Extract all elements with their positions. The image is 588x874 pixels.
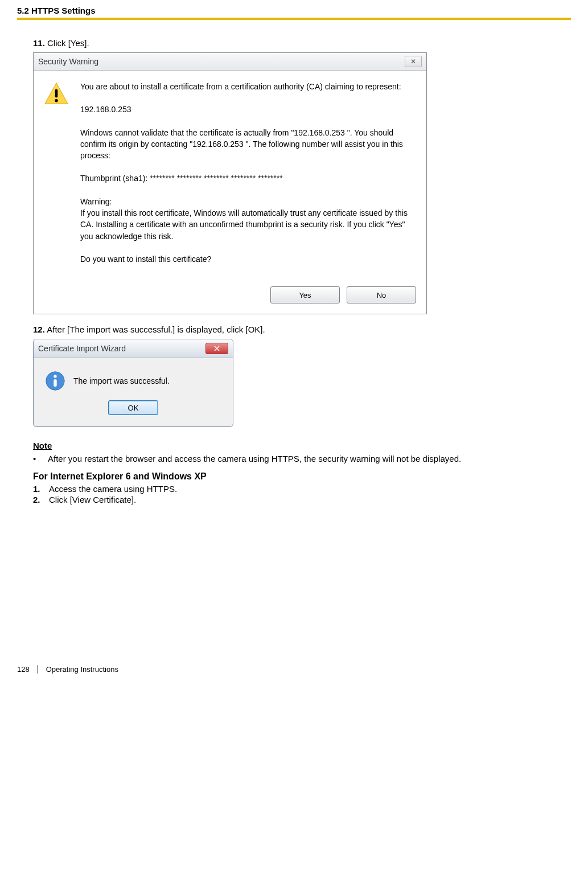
dialog-question: Do you want to install this certificate?: [80, 253, 415, 265]
step-12: 12. After [The import was successful.] i…: [33, 325, 565, 334]
dialog-thumbprint: Thumbprint (sha1): ******** ******** ***…: [80, 173, 415, 184]
step-text: Click [Yes].: [47, 38, 89, 48]
dialog-body-text: You are about to install a certificate f…: [80, 81, 415, 276]
substep-1: 1. Access the camera using HTTPS.: [33, 484, 565, 494]
substep-2: 2. Click [View Certificate].: [33, 495, 565, 504]
step-11: 11. Click [Yes].: [33, 38, 565, 48]
dialog-titlebar: Security Warning ✕: [34, 53, 426, 71]
accent-bar: [17, 18, 571, 20]
subsection-title: For Internet Explorer 6 and Windows XP: [33, 471, 565, 482]
note-text: After you restart the browser and access…: [48, 454, 461, 463]
dialog-title: Certificate Import Wizard: [38, 344, 126, 353]
svg-point-2: [55, 99, 58, 102]
substep-text: Access the camera using HTTPS.: [49, 484, 177, 494]
ok-button[interactable]: OK: [108, 400, 158, 415]
dialog-titlebar: Certificate Import Wizard: [34, 339, 233, 358]
info-icon: [45, 371, 65, 391]
dialog-message: The import was successful.: [73, 376, 170, 385]
svg-rect-1: [55, 89, 58, 98]
step-number: 11.: [33, 38, 45, 48]
warning-body: If you install this root certificate, Wi…: [80, 208, 408, 241]
dialog-para: Windows cannot validate that the certifi…: [80, 127, 415, 162]
dialog-address: 192.168.0.253: [80, 104, 415, 115]
note-heading: Note: [33, 441, 565, 450]
page-footer: 128 Operating Instructions: [0, 665, 588, 685]
substep-number: 1.: [33, 484, 49, 494]
bullet-icon: •: [33, 454, 48, 463]
warning-label: Warning:: [80, 197, 112, 206]
step-text: After [The import was successful.] is di…: [47, 325, 265, 334]
svg-point-6: [54, 375, 56, 377]
no-button[interactable]: No: [347, 286, 416, 303]
security-warning-dialog: Security Warning ✕ You are about to inst…: [33, 52, 427, 314]
warning-icon: [44, 81, 71, 276]
dialog-para: You are about to install a certificate f…: [80, 81, 415, 92]
section-title: 5.2 HTTPS Settings: [17, 6, 571, 18]
close-icon[interactable]: [205, 343, 228, 354]
page-number: 128: [17, 665, 38, 674]
close-icon[interactable]: ✕: [405, 56, 422, 67]
dialog-title: Security Warning: [38, 57, 98, 66]
substep-number: 2.: [33, 495, 49, 504]
import-success-dialog: Certificate Import Wizard The imp: [33, 339, 233, 427]
note-item: • After you restart the browser and acce…: [33, 454, 565, 463]
yes-button[interactable]: Yes: [270, 286, 340, 303]
substep-text: Click [View Certificate].: [49, 495, 136, 504]
footer-doc-title: Operating Instructions: [46, 665, 118, 674]
svg-rect-7: [54, 380, 56, 387]
step-number: 12.: [33, 325, 45, 334]
